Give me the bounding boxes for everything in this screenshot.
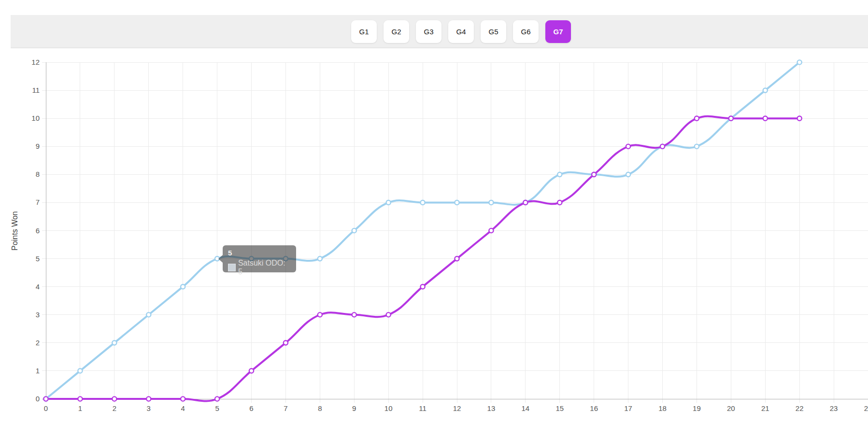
svg-text:8: 8 [36,170,40,178]
svg-text:6: 6 [36,226,40,235]
tooltip-body-row: Satsuki ODO: 5 [228,259,291,276]
svg-text:7: 7 [284,404,287,412]
svg-text:18: 18 [658,404,667,412]
svg-text:17: 17 [624,404,632,412]
svg-text:24: 24 [864,404,868,412]
svg-text:16: 16 [590,404,598,412]
tooltip-series-label: Satsuki ODO: 5 [238,259,291,276]
svg-text:13: 13 [487,404,496,412]
svg-text:4: 4 [36,283,40,291]
tooltip-series-swatch [228,264,236,271]
svg-text:12: 12 [31,58,40,66]
x-axis-tick-labels: 0123456789101112131415161718192021222324 [44,404,868,412]
chart-tooltip: 5 Satsuki ODO: 5 [223,245,296,272]
svg-text:1: 1 [78,404,82,412]
svg-text:14: 14 [521,404,529,412]
svg-text:0: 0 [44,404,48,412]
svg-text:2: 2 [113,404,116,412]
svg-text:15: 15 [555,404,564,412]
svg-text:9: 9 [36,142,40,150]
svg-text:4: 4 [181,404,185,412]
svg-text:6: 6 [249,404,253,412]
chart-page: G1G2G3G4G5G6G7 0123456789101112131415161… [0,0,868,424]
tooltip-title: 5 [228,249,291,257]
tooltip-caret [218,255,223,263]
svg-text:21: 21 [761,404,769,412]
svg-text:19: 19 [693,404,701,412]
svg-text:3: 3 [147,404,151,412]
gridlines [42,62,868,403]
points-line-chart[interactable]: 0123456789101112131415161718192021222324… [0,0,868,424]
svg-text:0: 0 [36,395,40,403]
y-axis-tick-labels: 0123456789101112 [31,58,40,403]
svg-text:23: 23 [830,404,838,412]
y-axis-title: Points Won [11,211,19,251]
svg-text:9: 9 [352,404,356,412]
svg-text:22: 22 [796,404,804,412]
svg-text:12: 12 [453,404,461,412]
svg-text:10: 10 [384,404,393,412]
svg-text:11: 11 [419,404,427,412]
svg-text:3: 3 [36,311,40,319]
svg-text:5: 5 [36,254,40,263]
svg-text:1: 1 [36,367,40,375]
svg-text:11: 11 [32,86,40,94]
svg-text:10: 10 [31,114,40,122]
svg-text:7: 7 [36,198,40,206]
svg-text:20: 20 [727,404,735,412]
svg-text:2: 2 [36,339,40,347]
svg-text:5: 5 [215,404,219,412]
svg-text:8: 8 [318,404,322,412]
